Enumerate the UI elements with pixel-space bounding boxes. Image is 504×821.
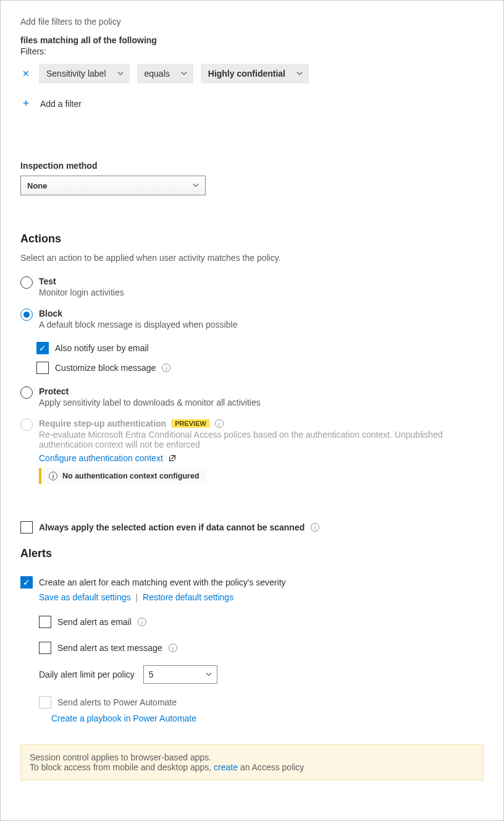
note-line1: Session control applies to browser-based… bbox=[30, 752, 474, 762]
send-email-checkbox-row[interactable]: Send alert as email i bbox=[39, 616, 484, 628]
action-protect-title: Protect bbox=[39, 386, 484, 396]
filter-row: ✕ Sensitivity label equals Highly confid… bbox=[20, 64, 484, 83]
action-stepup-option: Require step-up authentication PREVIEW i… bbox=[20, 419, 484, 484]
always-apply-label: Always apply the selected action even if… bbox=[39, 522, 304, 532]
add-filter-label: Add a filter bbox=[40, 99, 82, 109]
action-test-title: Test bbox=[39, 276, 484, 286]
configure-auth-context-link[interactable]: Configure authentication context bbox=[39, 453, 163, 463]
action-stepup-title: Require step-up authentication bbox=[39, 419, 166, 428]
checkbox-icon bbox=[36, 362, 49, 374]
chevron-down-icon bbox=[117, 70, 124, 77]
inspection-method-value: None bbox=[27, 181, 48, 190]
restore-default-link[interactable]: Restore default settings bbox=[143, 592, 233, 602]
radio-icon bbox=[20, 419, 33, 431]
add-filter-button[interactable]: + Add a filter bbox=[20, 97, 484, 110]
create-access-policy-link[interactable]: create bbox=[214, 762, 238, 772]
notify-email-checkbox-row[interactable]: ✓ Also notify user by email bbox=[36, 342, 484, 354]
info-icon[interactable]: i bbox=[138, 618, 146, 626]
inspection-method-label: Inspection method bbox=[20, 161, 484, 171]
note-line2: To block access from mobile and desktop … bbox=[30, 762, 474, 772]
filter-value: Highly confidential bbox=[208, 69, 285, 79]
checkbox-icon bbox=[39, 642, 51, 654]
action-stepup-desc: Re-evaluate Microsoft Entra Conditional … bbox=[39, 430, 459, 449]
send-email-label: Send alert as email bbox=[57, 617, 132, 627]
chevron-down-icon bbox=[206, 671, 212, 678]
daily-limit-label: Daily alert limit per policy bbox=[39, 670, 135, 679]
filter-field-value: Sensitivity label bbox=[46, 69, 106, 79]
plus-icon: + bbox=[20, 97, 32, 110]
action-protect-option[interactable]: Protect Apply sensitivity label to downl… bbox=[20, 386, 484, 407]
alerts-heading: Alerts bbox=[20, 547, 484, 560]
actions-heading: Actions bbox=[20, 232, 484, 245]
action-block-desc: A default block message is displayed whe… bbox=[39, 320, 484, 330]
chevron-down-icon bbox=[193, 182, 199, 189]
radio-icon bbox=[20, 308, 33, 321]
filters-label: Filters: bbox=[20, 46, 484, 56]
action-protect-desc: Apply sensitivity label to downloads & m… bbox=[39, 398, 484, 407]
power-automate-label: Send alerts to Power Automate bbox=[57, 697, 177, 707]
checkbox-icon: ✓ bbox=[36, 342, 49, 354]
alert-settings-links: Save as default settings | Restore defau… bbox=[39, 592, 484, 602]
external-link-icon bbox=[168, 454, 177, 462]
inspection-method-dropdown[interactable]: None bbox=[20, 176, 206, 195]
customize-message-label: Customize block message bbox=[55, 363, 156, 373]
chevron-down-icon bbox=[296, 70, 303, 77]
auth-context-warning: i No authentication context configured bbox=[39, 468, 207, 484]
filter-value-dropdown[interactable]: Highly confidential bbox=[201, 64, 309, 83]
checkbox-icon bbox=[20, 521, 33, 534]
auth-context-warning-text: No authentication context configured bbox=[62, 472, 200, 480]
remove-filter-icon[interactable]: ✕ bbox=[20, 69, 32, 79]
radio-icon bbox=[20, 386, 33, 399]
info-icon[interactable]: i bbox=[169, 644, 177, 652]
power-automate-checkbox-row: Send alerts to Power Automate bbox=[39, 696, 484, 708]
info-icon[interactable]: i bbox=[311, 523, 319, 532]
create-alert-label: Create an alert for each matching event … bbox=[39, 577, 286, 587]
daily-limit-value: 5 bbox=[149, 670, 154, 679]
create-playbook-link[interactable]: Create a playbook in Power Automate bbox=[51, 713, 196, 723]
checkbox-icon bbox=[39, 696, 51, 708]
action-block-title: Block bbox=[39, 308, 484, 318]
session-control-note: Session control applies to browser-based… bbox=[20, 744, 484, 780]
always-apply-checkbox-row[interactable]: Always apply the selected action even if… bbox=[20, 521, 484, 534]
info-icon[interactable]: i bbox=[215, 419, 224, 428]
daily-limit-row: Daily alert limit per policy 5 bbox=[39, 665, 484, 684]
save-default-link[interactable]: Save as default settings bbox=[39, 592, 131, 602]
daily-limit-dropdown[interactable]: 5 bbox=[143, 665, 217, 684]
filter-operator-dropdown[interactable]: equals bbox=[137, 64, 193, 83]
separator: | bbox=[136, 592, 138, 602]
preview-badge: PREVIEW bbox=[171, 419, 210, 428]
filters-title: files matching all of the following bbox=[20, 35, 484, 45]
notify-email-label: Also notify user by email bbox=[55, 343, 149, 353]
chevron-down-icon bbox=[181, 70, 187, 77]
action-block-option[interactable]: Block A default block message is display… bbox=[20, 308, 484, 330]
filter-operator-value: equals bbox=[145, 69, 170, 79]
create-alert-checkbox-row[interactable]: ✓ Create an alert for each matching even… bbox=[20, 576, 484, 589]
action-test-option[interactable]: Test Monitor login activities bbox=[20, 276, 484, 297]
send-text-checkbox-row[interactable]: Send alert as text message i bbox=[39, 642, 484, 654]
action-test-desc: Monitor login activities bbox=[39, 287, 484, 297]
checkbox-icon bbox=[39, 616, 51, 628]
send-text-label: Send alert as text message bbox=[57, 643, 162, 653]
actions-description: Select an action to be applied when user… bbox=[20, 253, 484, 263]
radio-icon bbox=[20, 276, 33, 289]
filters-description: Add file filters to the policy bbox=[20, 17, 484, 27]
info-icon: i bbox=[49, 472, 57, 480]
customize-message-checkbox-row[interactable]: Customize block message i bbox=[36, 362, 484, 374]
checkbox-icon: ✓ bbox=[20, 576, 33, 589]
info-icon[interactable]: i bbox=[162, 364, 170, 372]
filter-field-dropdown[interactable]: Sensitivity label bbox=[39, 64, 130, 83]
